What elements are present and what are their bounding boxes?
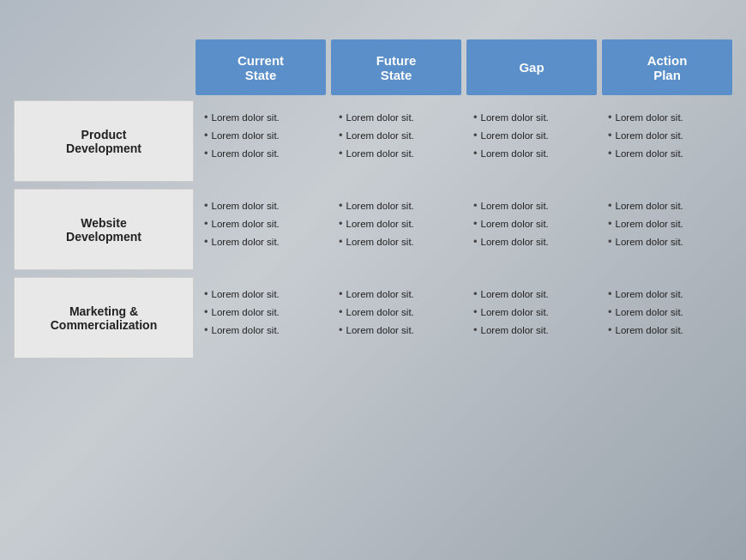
data-cell-2-0: Lorem dolor sit.Lorem dolor sit.Lorem do… [199, 277, 328, 358]
list-item: Lorem dolor sit. [473, 233, 549, 251]
row-label-1: Website Development [14, 189, 194, 270]
list-item: Lorem dolor sit. [608, 145, 683, 163]
header-cell-0: Current State [196, 39, 326, 95]
list-item: Lorem dolor sit. [339, 304, 414, 322]
header-row: Current StateFuture StateGapAction Plan [196, 39, 732, 95]
list-item: Lorem dolor sit. [339, 215, 414, 233]
list-item: Lorem dolor sit. [339, 197, 414, 215]
data-cell-1-3: Lorem dolor sit.Lorem dolor sit.Lorem do… [603, 189, 732, 270]
list-item: Lorem dolor sit. [339, 322, 414, 340]
data-rows: Product DevelopmentLorem dolor sit.Lorem… [14, 100, 732, 358]
data-cell-2-1: Lorem dolor sit.Lorem dolor sit.Lorem do… [334, 277, 463, 358]
list-item: Lorem dolor sit. [339, 145, 414, 163]
list-item: Lorem dolor sit. [608, 215, 683, 233]
table-row: Marketing & CommercializationLorem dolor… [14, 277, 732, 358]
list-item: Lorem dolor sit. [473, 286, 549, 304]
row-label-0: Product Development [14, 100, 194, 182]
list-item: Lorem dolor sit. [204, 304, 280, 322]
list-item: Lorem dolor sit. [204, 322, 280, 340]
list-item: Lorem dolor sit. [204, 286, 280, 304]
list-item: Lorem dolor sit. [608, 109, 683, 127]
data-cell-1-1: Lorem dolor sit.Lorem dolor sit.Lorem do… [334, 189, 463, 270]
list-item: Lorem dolor sit. [608, 233, 683, 251]
list-item: Lorem dolor sit. [204, 145, 280, 163]
list-item: Lorem dolor sit. [473, 109, 549, 127]
data-cell-0-0: Lorem dolor sit.Lorem dolor sit.Lorem do… [199, 100, 328, 182]
list-item: Lorem dolor sit. [339, 109, 414, 127]
list-item: Lorem dolor sit. [339, 286, 414, 304]
main-container: Current StateFuture StateGapAction Plan … [0, 39, 746, 358]
row-label-2: Marketing & Commercialization [14, 277, 194, 358]
data-cell-1-0: Lorem dolor sit.Lorem dolor sit.Lorem do… [199, 189, 328, 270]
page-title [0, 0, 746, 39]
data-cell-0-2: Lorem dolor sit.Lorem dolor sit.Lorem do… [468, 100, 598, 182]
list-item: Lorem dolor sit. [204, 197, 280, 215]
list-item: Lorem dolor sit. [204, 215, 280, 233]
list-item: Lorem dolor sit. [608, 286, 683, 304]
data-cell-0-3: Lorem dolor sit.Lorem dolor sit.Lorem do… [603, 100, 732, 182]
header-cell-2: Gap [466, 39, 597, 95]
list-item: Lorem dolor sit. [608, 127, 683, 145]
data-cell-0-1: Lorem dolor sit.Lorem dolor sit.Lorem do… [334, 100, 463, 182]
list-item: Lorem dolor sit. [608, 197, 683, 215]
list-item: Lorem dolor sit. [608, 304, 683, 322]
list-item: Lorem dolor sit. [473, 145, 549, 163]
table-row: Product DevelopmentLorem dolor sit.Lorem… [14, 100, 732, 182]
data-cell-2-2: Lorem dolor sit.Lorem dolor sit.Lorem do… [468, 277, 598, 358]
list-item: Lorem dolor sit. [473, 127, 549, 145]
table-row: Website DevelopmentLorem dolor sit.Lorem… [14, 189, 732, 270]
data-cell-2-3: Lorem dolor sit.Lorem dolor sit.Lorem do… [603, 277, 732, 358]
list-item: Lorem dolor sit. [204, 233, 280, 251]
list-item: Lorem dolor sit. [473, 197, 549, 215]
header-cell-1: Future State [331, 39, 461, 95]
list-item: Lorem dolor sit. [473, 322, 549, 340]
header-cell-3: Action Plan [602, 39, 732, 95]
list-item: Lorem dolor sit. [204, 127, 280, 145]
list-item: Lorem dolor sit. [204, 109, 280, 127]
list-item: Lorem dolor sit. [473, 304, 549, 322]
list-item: Lorem dolor sit. [339, 233, 414, 251]
list-item: Lorem dolor sit. [473, 215, 549, 233]
list-item: Lorem dolor sit. [339, 127, 414, 145]
list-item: Lorem dolor sit. [608, 322, 683, 340]
data-cell-1-2: Lorem dolor sit.Lorem dolor sit.Lorem do… [468, 189, 598, 270]
